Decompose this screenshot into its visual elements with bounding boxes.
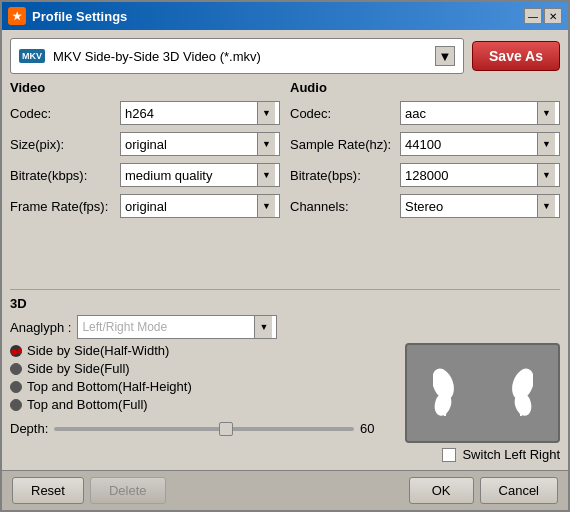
video-bitrate-select[interactable]: medium quality ▼ [120,163,280,187]
video-panel: Video Codec: h264 ▼ Size(pix): original … [10,80,280,283]
radio-sbs-half: ● [10,345,22,357]
radio-sbs-full [10,363,22,375]
option-tab-full[interactable]: Top and Bottom(Full) [10,397,380,412]
video-codec-row: Codec: h264 ▼ [10,101,280,125]
bottom-right-buttons: OK Cancel [409,477,558,504]
reset-button[interactable]: Reset [12,477,84,504]
audio-bitrate-select[interactable]: 128000 ▼ [400,163,560,187]
depth-label: Depth: [10,421,48,436]
audio-codec-value: aac [405,106,537,121]
anaglyph-arrow[interactable]: ▼ [254,316,272,338]
audio-channels-arrow[interactable]: ▼ [537,195,555,217]
threed-bottom: ● Side by Side(Half-Width) Side by Side(… [10,343,560,462]
video-bitrate-value: medium quality [125,168,257,183]
option-sbs-full[interactable]: Side by Side(Full) [10,361,380,376]
save-as-button[interactable]: Save As [472,41,560,71]
audio-bitrate-arrow[interactable]: ▼ [537,164,555,186]
option-tab-half[interactable]: Top and Bottom(Half-Height) [10,379,380,394]
audio-samplerate-arrow[interactable]: ▼ [537,133,555,155]
depth-thumb[interactable] [219,422,233,436]
switch-checkbox[interactable] [442,448,456,462]
audio-codec-row: Codec: aac ▼ [290,101,560,125]
depth-value: 60 [360,421,380,436]
audio-bitrate-row: Bitrate(bps): 128000 ▼ [290,163,560,187]
threed-options: ● Side by Side(Half-Width) Side by Side(… [10,343,380,462]
main-window: ★ Profile Settings — ✕ MKV MKV Side-by-S… [0,0,570,512]
audio-codec-label: Codec: [290,106,400,121]
video-size-row: Size(pix): original ▼ [10,132,280,156]
butterfly-left-icon [433,366,478,421]
video-codec-label: Codec: [10,106,120,121]
format-label: MKV Side-by-Side 3D Video (*.mkv) [53,49,427,64]
threed-preview-area: Switch Left Right [390,343,560,462]
audio-samplerate-label: Sample Rate(hz): [290,137,400,152]
close-button[interactable]: ✕ [544,8,562,24]
audio-channels-value: Stereo [405,199,537,214]
depth-row: Depth: 60 [10,421,380,436]
radio-tab-full [10,399,22,411]
option-sbs-full-label: Side by Side(Full) [27,361,130,376]
butterfly-right-icon [488,366,533,421]
threed-section: 3D Anaglyph : Left/Right Mode ▼ ● Side b… [10,289,560,462]
video-bitrate-arrow[interactable]: ▼ [257,164,275,186]
video-framerate-label: Frame Rate(fps): [10,199,120,214]
video-bitrate-row: Bitrate(kbps): medium quality ▼ [10,163,280,187]
ok-button[interactable]: OK [409,477,474,504]
cancel-button[interactable]: Cancel [480,477,558,504]
audio-channels-row: Channels: Stereo ▼ [290,194,560,218]
video-codec-arrow[interactable]: ▼ [257,102,275,124]
audio-channels-label: Channels: [290,199,400,214]
panels: Video Codec: h264 ▼ Size(pix): original … [10,80,560,283]
format-icon: MKV [19,49,45,63]
app-icon: ★ [8,7,26,25]
minimize-button[interactable]: — [524,8,542,24]
video-size-arrow[interactable]: ▼ [257,133,275,155]
anaglyph-row: Anaglyph : Left/Right Mode ▼ [10,315,560,339]
delete-button[interactable]: Delete [90,477,166,504]
audio-bitrate-label: Bitrate(bps): [290,168,400,183]
format-dropdown-arrow[interactable]: ▼ [435,46,455,66]
audio-panel: Audio Codec: aac ▼ Sample Rate(hz): 4410… [290,80,560,283]
audio-samplerate-select[interactable]: 44100 ▼ [400,132,560,156]
anaglyph-select[interactable]: Left/Right Mode ▼ [77,315,277,339]
anaglyph-label: Anaglyph : [10,320,71,335]
video-framerate-arrow[interactable]: ▼ [257,195,275,217]
audio-samplerate-value: 44100 [405,137,537,152]
option-sbs-half-label: Side by Side(Half-Width) [27,343,169,358]
radio-tab-half [10,381,22,393]
video-size-select[interactable]: original ▼ [120,132,280,156]
window-title: Profile Settings [32,9,518,24]
video-codec-value: h264 [125,106,257,121]
audio-samplerate-row: Sample Rate(hz): 44100 ▼ [290,132,560,156]
audio-codec-select[interactable]: aac ▼ [400,101,560,125]
content-area: MKV MKV Side-by-Side 3D Video (*.mkv) ▼ … [2,30,568,470]
option-tab-half-label: Top and Bottom(Half-Height) [27,379,192,394]
video-framerate-row: Frame Rate(fps): original ▼ [10,194,280,218]
video-codec-select[interactable]: h264 ▼ [120,101,280,125]
video-title: Video [10,80,280,95]
audio-channels-select[interactable]: Stereo ▼ [400,194,560,218]
video-size-value: original [125,137,257,152]
video-framerate-select[interactable]: original ▼ [120,194,280,218]
window-controls: — ✕ [524,8,562,24]
audio-codec-arrow[interactable]: ▼ [537,102,555,124]
audio-title: Audio [290,80,560,95]
switch-label: Switch Left Right [462,447,560,462]
threed-title: 3D [10,296,560,311]
audio-bitrate-value: 128000 [405,168,537,183]
video-bitrate-label: Bitrate(kbps): [10,168,120,183]
option-sbs-half[interactable]: ● Side by Side(Half-Width) [10,343,380,358]
depth-slider[interactable] [54,427,354,431]
switch-left-right-row: Switch Left Right [442,447,560,462]
option-tab-full-label: Top and Bottom(Full) [27,397,148,412]
preview-box [405,343,560,443]
format-bar: MKV MKV Side-by-Side 3D Video (*.mkv) ▼ [10,38,464,74]
bottom-left-buttons: Reset Delete [12,477,166,504]
bottom-bar: Reset Delete OK Cancel [2,470,568,510]
anaglyph-placeholder: Left/Right Mode [82,320,254,334]
video-size-label: Size(pix): [10,137,120,152]
video-framerate-value: original [125,199,257,214]
title-bar: ★ Profile Settings — ✕ [2,2,568,30]
